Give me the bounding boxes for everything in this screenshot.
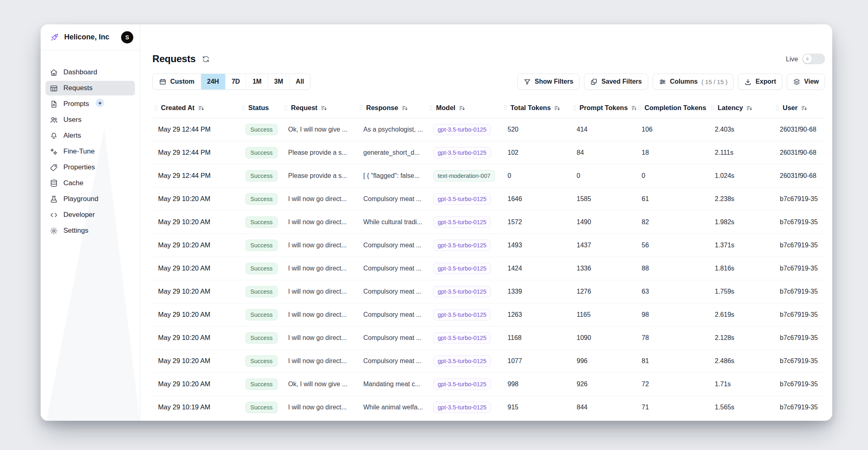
action-button-label: View (804, 78, 819, 85)
sidebar-item-properties[interactable]: Properties (46, 160, 135, 175)
status-cell: Success (240, 118, 282, 141)
model-badge: gpt-3.5-turbo-0125 (433, 240, 491, 251)
drag-handle-icon[interactable] (573, 105, 576, 111)
sidebar-item-cache[interactable]: Cache (46, 176, 135, 190)
sidebar-item-requests[interactable]: Requests (46, 81, 135, 95)
table-row[interactable]: May 29 10:20 AMSuccessI will now go dire… (152, 234, 825, 257)
model-cell: gpt-3.5-turbo-0125 (427, 141, 502, 164)
model-cell: gpt-3.5-turbo-0125 (427, 372, 502, 396)
table-row[interactable]: May 29 10:20 AMSuccessI will now go dire… (152, 349, 825, 372)
avatar[interactable]: S (121, 31, 133, 43)
time-range-3m[interactable]: 3M (268, 74, 290, 89)
saved-filters-button[interactable]: Saved Filters (584, 74, 648, 90)
drag-handle-icon[interactable] (359, 105, 363, 111)
view-button[interactable]: View (787, 74, 825, 90)
total-tokens-cell: 998 (502, 372, 571, 396)
request-cell: Please provide a s... (282, 141, 358, 164)
table-row[interactable]: May 29 10:20 AMSuccessI will now go dire… (152, 303, 825, 326)
completion-tokens-cell: 98 (636, 303, 709, 326)
sort-icon[interactable] (746, 105, 753, 111)
drag-handle-icon[interactable] (638, 105, 641, 111)
status-cell: Success (240, 349, 282, 372)
sort-icon[interactable] (801, 105, 807, 111)
sparkles-icon (50, 147, 58, 156)
drag-handle-icon[interactable] (711, 105, 714, 111)
drag-handle-icon[interactable] (284, 105, 288, 111)
column-header-model[interactable]: Model (427, 98, 502, 118)
user-cell: b7c67919-35 (774, 349, 825, 372)
sidebar-item-developer[interactable]: Developer (46, 208, 135, 222)
model-cell: gpt-3.5-turbo-0125 (427, 210, 502, 234)
table-row[interactable]: May 29 10:20 AMSuccessI will now go dire… (152, 257, 825, 280)
time-range-24h[interactable]: 24H (201, 74, 226, 89)
table-row[interactable]: May 29 10:20 AMSuccessI will now go dire… (152, 210, 825, 234)
database-icon (50, 179, 58, 188)
created-at-cell: May 29 10:19 AM (152, 396, 240, 419)
status-badge: Success (245, 263, 278, 274)
drag-handle-icon[interactable] (241, 105, 245, 111)
status-badge: Success (245, 124, 278, 135)
drag-handle-icon[interactable] (154, 105, 158, 111)
column-header-latency[interactable]: Latency (709, 98, 774, 118)
time-range-all[interactable]: All (290, 74, 310, 89)
status-cell: Success (240, 234, 282, 257)
column-header-total-tokens[interactable]: Total Tokens (502, 98, 571, 118)
column-header-user[interactable]: User (774, 98, 825, 118)
column-header-prompt-tokens[interactable]: Prompt Tokens (571, 98, 636, 118)
column-header-response[interactable]: Response (358, 98, 427, 118)
sidebar-item-prompts[interactable]: Prompts (46, 97, 135, 111)
sidebar-item-fine-tune[interactable]: Fine-Tune (46, 144, 135, 159)
column-header-request[interactable]: Request (282, 98, 358, 118)
table-row[interactable]: May 29 12:44 PMSuccessPlease provide a s… (152, 164, 825, 187)
time-range-7d[interactable]: 7D (226, 74, 246, 89)
response-cell: Compulsory meat ... (358, 257, 427, 280)
response-cell: Compulsory meat ... (358, 303, 427, 326)
sort-icon[interactable] (459, 105, 465, 111)
sort-icon[interactable] (401, 105, 408, 111)
prompt-tokens-cell: 1437 (571, 234, 636, 257)
table-row[interactable]: May 29 12:44 PMSuccessOk, I will now giv… (152, 118, 825, 141)
column-header-label: Created At (161, 104, 195, 112)
time-range-custom[interactable]: Custom (153, 74, 201, 89)
sort-icon[interactable] (554, 105, 560, 111)
completion-tokens-cell: 61 (636, 187, 709, 210)
column-header-content: Prompt Tokens (571, 104, 636, 112)
model-badge: gpt-3.5-turbo-0125 (433, 332, 491, 344)
time-range-1m[interactable]: 1M (246, 74, 268, 89)
action-button-label: Columns (670, 78, 698, 85)
sidebar-item-playground[interactable]: Playground (46, 192, 135, 206)
prompt-tokens-cell: 0 (571, 164, 636, 187)
live-toggle[interactable] (802, 54, 825, 64)
sidebar-item-label: Prompts (63, 100, 89, 108)
user-cell: b7c67919-35 (774, 303, 825, 326)
table-row[interactable]: May 29 12:44 PMSuccessPlease provide a s… (152, 141, 825, 164)
drag-handle-icon[interactable] (429, 105, 433, 111)
refresh-icon[interactable] (202, 55, 210, 63)
table-row[interactable]: May 29 10:20 AMSuccessI will now go dire… (152, 326, 825, 349)
drag-handle-icon[interactable] (776, 105, 779, 111)
table-row[interactable]: May 29 10:20 AMSuccessI will now go dire… (152, 187, 825, 210)
sort-icon[interactable] (198, 105, 204, 111)
column-header-content: Total Tokens (502, 104, 571, 112)
sidebar-item-settings[interactable]: Settings (46, 223, 135, 238)
table-row[interactable]: May 29 10:20 AMSuccessI will now go dire… (152, 280, 825, 303)
request-cell: Ok, I will now give ... (282, 118, 358, 141)
prompt-tokens-cell: 926 (571, 372, 636, 396)
sort-icon[interactable] (321, 105, 327, 111)
columns-button[interactable]: Columns( 15 / 15 ) (653, 74, 734, 90)
column-header-created-at[interactable]: Created At (152, 98, 240, 118)
column-header-completion-tokens[interactable]: Completion Tokens (636, 98, 709, 118)
sidebar-item-label: Dashboard (63, 68, 97, 76)
sidebar-item-users[interactable]: Users (46, 112, 135, 127)
table-row[interactable]: May 29 10:19 AMSuccessI will now go dire… (152, 396, 825, 419)
org-header[interactable]: Helicone, Inc S (41, 24, 140, 50)
sidebar-item-dashboard[interactable]: Dashboard (46, 65, 135, 80)
drag-handle-icon[interactable] (503, 105, 507, 111)
export-button[interactable]: Export (738, 74, 782, 90)
completion-tokens-cell: 18 (636, 141, 709, 164)
sort-icon[interactable] (631, 105, 636, 111)
sidebar-item-alerts[interactable]: Alerts (46, 128, 135, 143)
column-header-status[interactable]: Status (240, 98, 282, 118)
show-filters-button[interactable]: Show Filters (517, 74, 579, 90)
table-row[interactable]: May 29 10:20 AMSuccessOk, I will now giv… (152, 372, 825, 396)
